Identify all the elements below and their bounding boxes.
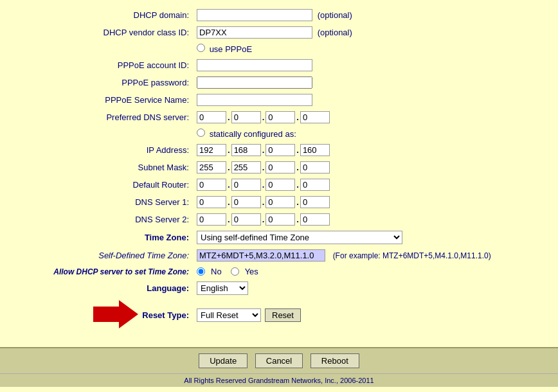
preferred-dns-cell: . . . <box>193 109 545 126</box>
preferred-dns-oct1[interactable] <box>197 111 226 123</box>
subnet-oct4[interactable] <box>300 161 330 174</box>
dns2-cell: . . . <box>193 211 545 228</box>
static-radio-cell: statically configured as: <box>193 126 545 141</box>
timezone-select[interactable]: Using self-defined Time Zone <box>197 231 402 244</box>
dns-sep3: . <box>295 112 300 122</box>
dhcp-domain-input[interactable] <box>197 9 312 21</box>
dhcp-domain-label: DHCP domain: <box>13 6 193 24</box>
dns-sep2: . <box>261 112 266 122</box>
language-cell: English <box>193 279 545 298</box>
dhcp-vendor-optional: (optional) <box>318 28 352 37</box>
footer-text: All Rights Reserved Grandstream Networks… <box>184 377 374 384</box>
dhcp-vendor-label: DHCP vendor class ID: <box>13 24 193 41</box>
red-arrow-icon <box>93 300 138 328</box>
reset-button[interactable]: Reset <box>265 308 301 322</box>
subnet-mask-cell: . . . <box>193 159 545 176</box>
no-label: No <box>211 267 222 276</box>
reset-type-cell: Full Reset ISP Data Reset VOIP Data Rese… <box>193 298 545 333</box>
router-oct2[interactable] <box>231 179 261 191</box>
dhcp-vendor-input[interactable] <box>197 26 312 39</box>
yes-label: Yes <box>245 267 258 276</box>
dhcp-vendor-cell: (optional) <box>193 24 545 41</box>
preferred-dns-oct4[interactable] <box>300 111 330 123</box>
router-oct1[interactable] <box>197 179 226 191</box>
language-label: Language: <box>13 279 193 298</box>
dns1-oct2[interactable] <box>231 196 261 208</box>
dhcp-tz-no-radio[interactable] <box>197 267 205 276</box>
preferred-dns-oct3[interactable] <box>266 111 295 123</box>
dns-sep1: . <box>226 112 231 122</box>
reset-type-label: Reset Type: <box>142 310 189 320</box>
subnet-oct3[interactable] <box>266 161 295 174</box>
pppoe-password-cell <box>193 74 545 91</box>
subnet-oct1[interactable] <box>197 161 226 174</box>
bottom-bar: Update Cancel Reboot <box>0 347 558 373</box>
subnet-oct2[interactable] <box>231 161 261 174</box>
dns2-oct4[interactable] <box>300 213 330 226</box>
reset-type-select[interactable]: Full Reset ISP Data Reset VOIP Data Rese… <box>197 308 261 322</box>
router-oct3[interactable] <box>266 179 295 191</box>
pppoe-spacer <box>13 41 193 57</box>
reboot-button[interactable]: Reboot <box>310 353 359 368</box>
svg-marker-0 <box>93 300 138 328</box>
pppoe-radio-cell: use PPPoE <box>193 41 545 57</box>
pppoe-service-input[interactable] <box>197 94 312 106</box>
pppoe-account-cell <box>193 57 545 74</box>
ip-address-cell: . . . <box>193 141 545 159</box>
static-spacer <box>13 126 193 141</box>
update-button[interactable]: Update <box>199 353 248 368</box>
cancel-button[interactable]: Cancel <box>255 353 303 368</box>
dns2-oct3[interactable] <box>266 213 295 226</box>
allow-dhcp-tz-cell: No Yes <box>193 264 545 279</box>
pppoe-radio[interactable] <box>197 44 205 52</box>
ip-oct4[interactable] <box>300 144 330 156</box>
dns2-oct1[interactable] <box>197 213 226 226</box>
pppoe-password-label: PPPoE password: <box>13 74 193 91</box>
ip-oct2[interactable] <box>231 144 261 156</box>
static-radio[interactable] <box>197 129 205 137</box>
default-router-cell: . . . <box>193 176 545 193</box>
pppoe-account-label: PPPoE account ID: <box>13 57 193 74</box>
static-label: statically configured as: <box>210 129 296 139</box>
pppoe-account-input[interactable] <box>197 59 312 71</box>
footer: All Rights Reserved Grandstream Networks… <box>0 373 558 387</box>
preferred-dns-oct2[interactable] <box>231 111 261 123</box>
ip-oct1[interactable] <box>197 144 226 156</box>
dns1-cell: . . . <box>193 193 545 211</box>
dns1-oct4[interactable] <box>300 196 330 208</box>
dns1-oct1[interactable] <box>197 196 226 208</box>
pppoe-label: use PPPoE <box>210 44 253 54</box>
dns2-label: DNS Server 2: <box>13 211 193 228</box>
router-oct4[interactable] <box>300 179 330 191</box>
ip-address-label: IP Address: <box>13 141 193 159</box>
pppoe-password-input[interactable] <box>197 76 312 89</box>
dns1-oct3[interactable] <box>266 196 295 208</box>
subnet-mask-label: Subnet Mask: <box>13 159 193 176</box>
timezone-cell: Using self-defined Time Zone <box>193 228 545 247</box>
pppoe-service-cell <box>193 91 545 109</box>
pppoe-service-label: PPPoE Service Name: <box>13 91 193 109</box>
language-select[interactable]: English <box>197 281 248 295</box>
dns2-oct2[interactable] <box>231 213 261 226</box>
default-router-label: Default Router: <box>13 176 193 193</box>
reset-type-label-cell: Reset Type: <box>13 298 193 333</box>
preferred-dns-label: Preferred DNS server: <box>13 109 193 126</box>
self-defined-tz-example: (For example: MTZ+6MDT+5,M4.1.0,M11.1.0) <box>333 251 491 260</box>
ip-oct3[interactable] <box>266 144 295 156</box>
self-defined-tz-input[interactable] <box>197 249 325 262</box>
self-defined-tz-label: Self-Defined Time Zone: <box>13 247 193 264</box>
self-defined-tz-cell: (For example: MTZ+6MDT+5,M4.1.0,M11.1.0) <box>193 247 545 264</box>
allow-dhcp-tz-label: Allow DHCP server to set Time Zone: <box>13 264 193 279</box>
dhcp-tz-yes-radio[interactable] <box>231 267 239 276</box>
timezone-label: Time Zone: <box>13 228 193 247</box>
dhcp-domain-cell: (optional) <box>193 6 545 24</box>
dns1-label: DNS Server 1: <box>13 193 193 211</box>
dhcp-domain-optional: (optional) <box>318 10 352 20</box>
